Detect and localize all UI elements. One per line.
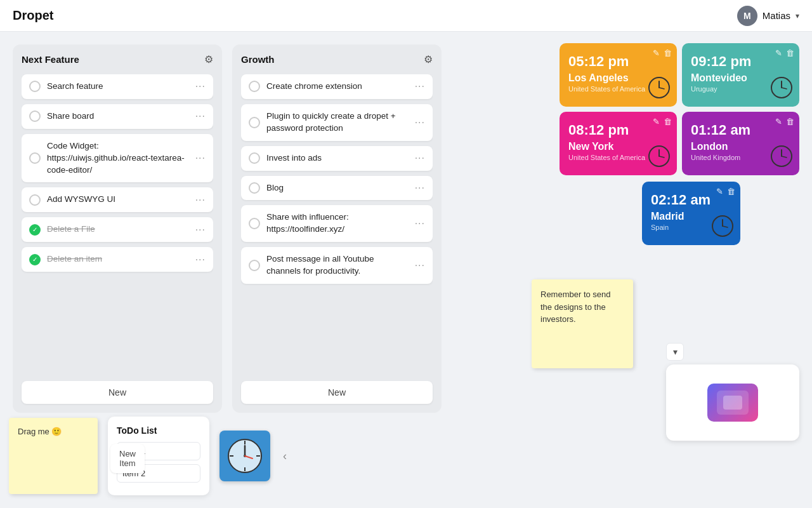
clock-tile-montevideo: ✎ 🗑 09:12 pm Montevideo Uruguay — [682, 43, 799, 107]
new-item-button[interactable]: New — [241, 381, 433, 404]
clock-tile-la: ✎ 🗑 05:12 pm Los Angeles United States o… — [560, 43, 677, 107]
board-growth: Growth ⚙ Create chrome extension ··· Plu… — [232, 44, 442, 413]
checkbox-checked[interactable]: ✓ — [29, 224, 41, 236]
checkbox[interactable] — [29, 194, 41, 206]
board-header: Next Feature ⚙ — [22, 53, 213, 65]
checkbox[interactable] — [249, 218, 260, 229]
svg-line-8 — [659, 156, 664, 157]
card-menu-icon[interactable]: ··· — [415, 218, 425, 229]
tile-actions: ✎ 🗑 — [775, 117, 794, 126]
card-menu-icon[interactable]: ··· — [415, 182, 425, 194]
card-menu-icon[interactable]: ··· — [415, 260, 425, 271]
clock-analog-icon — [770, 76, 793, 102]
avatar: M — [737, 6, 757, 26]
tile-actions: ✎ 🗑 — [716, 187, 735, 196]
card-menu-icon[interactable]: ··· — [415, 152, 425, 164]
card-menu-icon[interactable]: ··· — [195, 152, 206, 164]
carousel-prev-arrow[interactable]: ‹ — [280, 447, 289, 465]
clock-widget — [219, 431, 270, 481]
card-text: Delete a File — [47, 224, 189, 236]
collapse-button[interactable]: ▾ — [666, 343, 684, 361]
app-logo: Dropet — [13, 8, 53, 23]
checkbox-checked[interactable]: ✓ — [29, 254, 41, 265]
drag-note[interactable]: Drag me 🙂 — [9, 418, 98, 494]
checkbox[interactable] — [29, 81, 41, 92]
app-icon-inner — [717, 391, 749, 415]
card-text: Post message in all Youtube channels for… — [266, 253, 409, 277]
gear-icon[interactable]: ⚙ — [424, 53, 433, 65]
checkbox[interactable] — [29, 152, 41, 164]
tile-actions: ✎ 🗑 — [775, 48, 794, 58]
clock-tile-london: ✎ 🗑 01:12 am London United Kingdom — [682, 112, 799, 175]
tile-actions: ✎ 🗑 — [653, 48, 672, 58]
checkbox[interactable] — [249, 81, 260, 92]
app-icon-shape — [723, 396, 742, 410]
card-item: Blog ··· — [241, 176, 433, 201]
card-item: ✓ Delete an item ··· — [22, 247, 213, 272]
checkbox[interactable] — [249, 152, 260, 164]
board-items: Create chrome extension ··· Plugin to qu… — [241, 74, 433, 375]
clock-analog-icon — [648, 145, 671, 170]
checkbox[interactable] — [29, 110, 41, 122]
app-icon — [707, 384, 758, 422]
edit-icon[interactable]: ✎ — [653, 48, 660, 58]
app-widget-area: ▾ — [666, 343, 799, 441]
board-header: Growth ⚙ — [241, 53, 433, 65]
gear-icon[interactable]: ⚙ — [204, 53, 213, 65]
clock-tile-ny: ✎ 🗑 08:12 pm New York United States of A… — [560, 112, 677, 175]
header: Dropet M Matias ▾ — [0, 0, 812, 32]
board-next-feature: Next Feature ⚙ Search feature ··· Share … — [13, 44, 222, 413]
card-text: Code Widget: https://uiwjs.github.io/rea… — [47, 140, 189, 177]
card-item: Post message in all Youtube channels for… — [241, 247, 433, 284]
new-item-button[interactable]: New — [22, 381, 213, 404]
tile-actions: ✎ 🗑 — [653, 117, 672, 126]
card-text: Share board — [47, 110, 189, 123]
card-text: Blog — [266, 182, 409, 194]
checkbox[interactable] — [249, 117, 260, 128]
clock-tile-madrid: ✎ 🗑 02:12 am Madrid Spain — [642, 182, 740, 245]
card-menu-icon[interactable]: ··· — [195, 254, 206, 265]
delete-icon[interactable]: 🗑 — [786, 117, 794, 126]
edit-icon[interactable]: ✎ — [775, 117, 782, 126]
card-item: Create chrome extension ··· — [241, 74, 433, 99]
clock-tile: ✎ 🗑 02:12 am Madrid Spain — [642, 182, 740, 245]
clock-analog-icon — [770, 145, 793, 170]
card-menu-icon[interactable]: ··· — [195, 110, 206, 122]
svg-line-11 — [782, 156, 787, 157]
card-item: Share with influencer: https://toolfinde… — [241, 205, 433, 242]
clock-svg — [226, 437, 264, 475]
checkbox[interactable] — [249, 260, 260, 271]
card-item: ✓ Delete a File ··· — [22, 217, 213, 242]
card-menu-icon[interactable]: ··· — [415, 81, 425, 92]
sticky-note-text: Remember to send the designs to the inve… — [540, 290, 611, 324]
card-item: Code Widget: https://uiwjs.github.io/rea… — [22, 134, 213, 183]
new-item-button-1[interactable]: NewItem — [110, 444, 145, 473]
edit-icon[interactable]: ✎ — [775, 48, 782, 58]
delete-icon[interactable]: 🗑 — [786, 48, 794, 58]
delete-icon[interactable]: 🗑 — [664, 48, 672, 58]
card-menu-icon[interactable]: ··· — [195, 81, 206, 92]
delete-icon[interactable]: 🗑 — [727, 187, 735, 196]
bottom-widget-area: Drag me 🙂 ToDo List Item 1 Item 2 ‹ — [9, 417, 289, 495]
clock-analog-icon — [711, 215, 734, 240]
card-menu-icon[interactable]: ··· — [415, 117, 425, 128]
card-text: Invest into ads — [266, 152, 409, 164]
edit-icon[interactable]: ✎ — [716, 187, 723, 196]
svg-line-2 — [659, 88, 664, 89]
checkbox[interactable] — [249, 182, 260, 194]
card-menu-icon[interactable]: ··· — [195, 224, 206, 236]
board-title: Next Feature — [22, 54, 79, 65]
card-menu-icon[interactable]: ··· — [195, 194, 206, 206]
drag-note-text: Drag me 🙂 — [18, 427, 62, 436]
card-text: Create chrome extension — [266, 81, 409, 93]
sticky-note[interactable]: Remember to send the designs to the inve… — [532, 279, 633, 368]
card-text: Search feature — [47, 81, 189, 93]
card-item: Share board ··· — [22, 104, 213, 129]
user-menu[interactable]: M Matias ▾ — [737, 6, 799, 26]
chevron-down-icon: ▾ — [796, 11, 799, 20]
edit-icon[interactable]: ✎ — [653, 117, 660, 126]
card-item: Invest into ads ··· — [241, 146, 433, 171]
delete-icon[interactable]: 🗑 — [664, 117, 672, 126]
clock-analog-icon — [648, 76, 671, 102]
card-text: Plugin to quickly create a dropet + pass… — [266, 110, 409, 135]
